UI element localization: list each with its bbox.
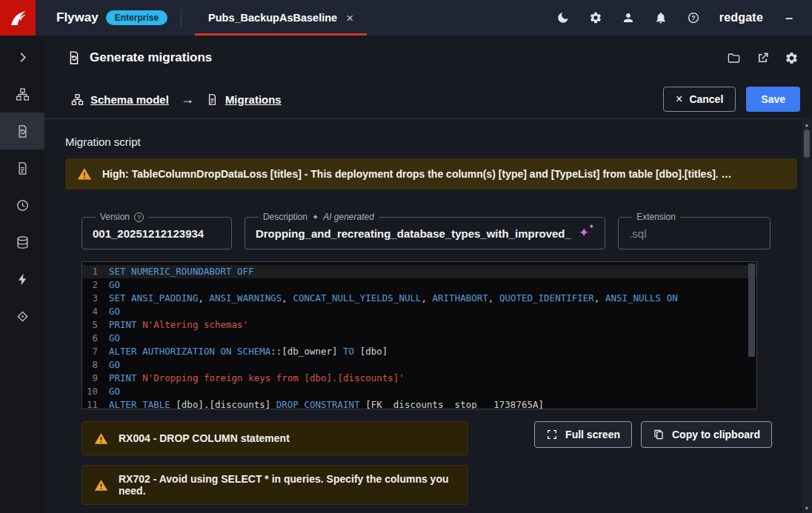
- document-icon: [16, 161, 30, 175]
- description-field-value[interactable]: Dropping_and_recreating_database_types_w…: [256, 225, 571, 240]
- user-account-icon[interactable]: [622, 11, 635, 24]
- extension-field-label: Extension: [636, 212, 676, 222]
- code-line: 9PRINT N'Dropping foreign keys from [dbo…: [82, 372, 756, 385]
- sidebar-item-generate-migrations[interactable]: [0, 113, 44, 150]
- enterprise-badge: Enterprise: [106, 10, 167, 25]
- sidebar-item-quick-run[interactable]: [0, 261, 44, 298]
- lightning-icon: [16, 272, 30, 286]
- save-button[interactable]: Save: [746, 87, 800, 112]
- warning-triangle-icon: [94, 478, 108, 492]
- code-line: 2GO: [82, 278, 756, 292]
- generate-migrations-icon: [67, 50, 81, 65]
- sidebar-item-documents[interactable]: [0, 150, 44, 187]
- help-icon[interactable]: ?: [687, 11, 700, 24]
- section-title: Migration script: [65, 135, 797, 148]
- topbar: Flyway Enterprise Pubs_BackupAsBaseline …: [0, 0, 812, 36]
- breadcrumb-migrations-link[interactable]: Migrations: [206, 93, 282, 106]
- page-scrollbar-thumb[interactable]: [804, 130, 810, 158]
- open-in-new-icon[interactable]: [756, 51, 770, 65]
- description-field[interactable]: Description ✦ AI generated Dropping_and_…: [244, 212, 605, 249]
- scroll-up-icon[interactable]: ▲: [805, 118, 810, 130]
- save-button-label: Save: [761, 93, 785, 105]
- scroll-down-icon[interactable]: ▼: [805, 502, 810, 513]
- redgate-wordmark[interactable]: redgate: [719, 11, 763, 24]
- copy-to-clipboard-label: Copy to clipboard: [672, 429, 760, 440]
- sidebar-item-history[interactable]: [0, 187, 44, 224]
- schema-model-icon: [16, 87, 30, 101]
- close-icon: ×: [676, 93, 682, 106]
- tab-close-icon[interactable]: ×: [346, 12, 353, 24]
- drift-diamond-icon: [16, 309, 30, 323]
- breadcrumb-migrations-label: Migrations: [225, 93, 282, 106]
- sidebar-item-drift[interactable]: [0, 298, 44, 335]
- full-screen-label: Full screen: [565, 429, 620, 440]
- migration-fields: Version ? 001_20251212123934 Description…: [81, 212, 771, 249]
- page-header: Generate migrations: [44, 36, 812, 80]
- issue-rx702: RX702 - Avoid using SELECT * in queries.…: [81, 465, 468, 505]
- app-shell: Generate migrations Schema model →: [0, 36, 812, 513]
- version-field[interactable]: Version ? 001_20251212123934: [81, 212, 232, 249]
- full-screen-icon: [546, 429, 558, 440]
- warning-banner-text: High: TableColumnDropDataLoss [titles] -…: [102, 168, 732, 180]
- settings-gear-icon[interactable]: [589, 11, 602, 24]
- topbar-separator: [181, 9, 182, 27]
- code-line: 7ALTER AUTHORIZATION ON SCHEMA::[db_owne…: [82, 345, 756, 358]
- main-area: Generate migrations Schema model →: [44, 36, 812, 513]
- copy-to-clipboard-button[interactable]: Copy to clipboard: [641, 421, 772, 448]
- deployment-warning-banner: High: TableColumnDropDataLoss [titles] -…: [65, 158, 797, 190]
- code-line: 4GO: [82, 305, 756, 318]
- extension-field[interactable]: Extension .sql: [618, 212, 771, 249]
- version-help-icon[interactable]: ?: [134, 212, 144, 222]
- description-field-label: Description: [263, 212, 307, 222]
- code-line: 8GO: [82, 358, 756, 372]
- document-icon: [206, 93, 219, 106]
- dark-mode-icon[interactable]: [556, 11, 570, 24]
- warning-triangle-icon: [94, 432, 108, 446]
- version-field-value[interactable]: 001_20251212123934: [93, 225, 221, 240]
- code-line: 1SET NUMERIC_ROUNDABORT OFF: [82, 265, 756, 278]
- editor-scrollbar-thumb[interactable]: [748, 264, 755, 357]
- arrow-right-icon: →: [181, 92, 194, 107]
- code-line: 6GO: [82, 332, 756, 345]
- editor-scrollbar[interactable]: [748, 264, 755, 407]
- full-screen-button[interactable]: Full screen: [534, 421, 632, 448]
- code-editor[interactable]: 1SET NUMERIC_ROUNDABORT OFF2GO3SET ANSI_…: [81, 261, 757, 409]
- generate-migrations-icon: [16, 124, 30, 138]
- minimize-icon[interactable]: –: [782, 10, 796, 26]
- cancel-button[interactable]: × Cancel: [663, 87, 736, 112]
- folder-icon[interactable]: [727, 51, 741, 65]
- code-line: 3SET ANSI_PADDING, ANSI_WARNINGS, CONCAT…: [82, 292, 756, 305]
- tab-label: Pubs_BackupAsBaseline: [208, 12, 337, 24]
- flyway-logo-icon: [8, 8, 28, 28]
- code-lines: 1SET NUMERIC_ROUNDABORT OFF2GO3SET ANSI_…: [82, 265, 756, 409]
- sidebar-item-databases[interactable]: [0, 224, 44, 261]
- page-title: Generate migrations: [90, 50, 212, 65]
- code-line: 10GO: [82, 385, 756, 398]
- schema-model-icon: [71, 93, 84, 106]
- topbar-actions: ? redgate –: [556, 10, 812, 26]
- copy-icon: [653, 429, 665, 440]
- cancel-button-label: Cancel: [689, 93, 723, 105]
- tab-pubs-backupasbaseline[interactable]: Pubs_BackupAsBaseline ×: [195, 0, 367, 36]
- ai-regenerate-sparkle-icon[interactable]: ✦✦: [579, 227, 594, 239]
- version-field-label: Version: [100, 212, 130, 222]
- flyway-logo[interactable]: [0, 0, 36, 36]
- code-line: 5PRINT N'Altering schemas': [82, 318, 756, 332]
- extension-field-placeholder[interactable]: .sql: [629, 225, 759, 240]
- warning-triangle-icon: [77, 167, 92, 181]
- sidebar-item-schema-model[interactable]: [0, 76, 44, 113]
- page-settings-gear-icon[interactable]: [785, 51, 799, 65]
- chevron-right-icon: [16, 50, 30, 64]
- sidebar-expand-button[interactable]: [0, 38, 44, 76]
- database-icon: [16, 235, 30, 249]
- svg-text:?: ?: [691, 14, 695, 21]
- sidebar: [0, 36, 44, 513]
- issue-rx702-text: RX702 - Avoid using SELECT * in queries.…: [119, 473, 456, 497]
- breadcrumb-schema-model-link[interactable]: Schema model: [71, 93, 169, 106]
- notifications-bell-icon[interactable]: [654, 11, 668, 24]
- page-scrollbar[interactable]: ▲ ▼: [802, 118, 812, 513]
- ai-sparkle-icon: ✦: [312, 212, 319, 222]
- breadcrumb-schema-model-label: Schema model: [90, 93, 169, 106]
- content-scroll-area: Migration script High: TableColumnDropDa…: [44, 119, 812, 513]
- ai-generated-label: AI generated: [323, 212, 374, 222]
